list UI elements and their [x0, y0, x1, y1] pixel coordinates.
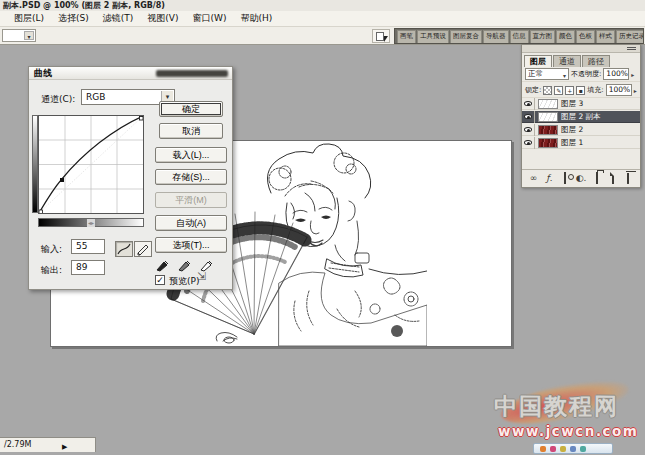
visibility-toggle[interactable]: [522, 124, 535, 136]
layers-palette-tabs: 图层 通道 路径: [522, 53, 640, 67]
visibility-toggle[interactable]: [522, 111, 535, 123]
tab-brushes[interactable]: 画笔: [397, 30, 416, 43]
lock-transparency-icon[interactable]: [543, 86, 552, 95]
resize-grip-icon[interactable]: ⇲: [197, 270, 211, 283]
palette-grab-bar[interactable]: [522, 45, 640, 53]
status-bar: /2.79M ▶: [0, 437, 96, 452]
collapse-icon[interactable]: [627, 47, 636, 50]
preview-label: 预览(P): [169, 275, 199, 288]
output-label: 输出:: [41, 264, 62, 277]
opacity-field[interactable]: 100%: [603, 68, 629, 80]
visibility-toggle[interactable]: [522, 137, 535, 149]
layer-style-icon[interactable]: ƒ.: [543, 173, 556, 184]
menu-bar: 图层(L) 选择(S) 滤镜(T) 视图(V) 窗口(W) 帮助(H): [0, 11, 645, 27]
pencil-tool[interactable]: [134, 241, 152, 257]
tab-history[interactable]: 历史记录: [616, 30, 644, 43]
preview-checkbox[interactable]: ✓: [155, 275, 165, 285]
tab-swatches[interactable]: 色板: [576, 30, 595, 43]
fill-field[interactable]: 100%: [606, 84, 632, 96]
tab-channels[interactable]: 通道: [553, 55, 581, 67]
gray-point-eyedropper: [179, 261, 190, 271]
tab-color[interactable]: 颜色: [556, 30, 575, 43]
menu-layer[interactable]: 图层(L): [8, 11, 50, 26]
menu-help[interactable]: 帮助(H): [234, 11, 278, 26]
curves-dialog-title: 曲线: [34, 68, 52, 78]
ok-button[interactable]: 确定: [159, 101, 223, 117]
curves-dialog: 曲线 通道(C): RGB ▾ ◂▸ 输入: 55 输出: 89 确定 取消 载: [28, 66, 233, 290]
layer-thumbnail[interactable]: [538, 112, 558, 122]
adjustment-layer-icon[interactable]: ◐.: [574, 173, 587, 184]
cancel-button[interactable]: 取消: [159, 123, 223, 139]
layer-row[interactable]: 图层 2 副本: [522, 111, 640, 123]
layer-row[interactable]: 图层 3: [522, 98, 640, 110]
lock-row: 锁定: ✎ + ▪ 填充: 100% ▸: [522, 83, 640, 98]
eye-icon: [524, 114, 532, 119]
lock-all-icon[interactable]: ▪: [576, 86, 585, 95]
eye-icon: [524, 140, 532, 145]
menu-view[interactable]: 视图(V): [141, 11, 184, 26]
opacity-label: 不透明度:: [571, 69, 601, 79]
layer-name[interactable]: 图层 3: [561, 99, 583, 109]
smooth-button: 平滑(M): [155, 192, 227, 208]
visibility-toggle[interactable]: [522, 98, 535, 110]
options-button[interactable]: 选项(T)...: [155, 237, 227, 253]
status-arrow-icon[interactable]: ▶: [62, 440, 67, 454]
layer-thumbnail[interactable]: [538, 125, 558, 135]
layer-thumbnail[interactable]: [538, 138, 558, 148]
eye-icon: [524, 101, 532, 106]
tab-histogram[interactable]: 直方图: [530, 30, 556, 43]
auto-button[interactable]: 自动(A): [155, 215, 227, 231]
input-gradient-bar[interactable]: ◂▸: [38, 218, 144, 227]
tab-tool-presets[interactable]: 工具预设: [417, 30, 449, 43]
tab-info[interactable]: 信息: [510, 30, 529, 43]
curve-point: [60, 178, 64, 182]
layer-mask-icon[interactable]: [559, 173, 572, 184]
black-point-eyedropper: [157, 261, 168, 271]
blurred-watermark: [156, 70, 228, 77]
load-button[interactable]: 载入(L)...: [155, 147, 227, 163]
curves-dialog-titlebar[interactable]: 曲线: [29, 67, 232, 80]
save-button[interactable]: 存储(S)...: [155, 169, 227, 185]
tool-options-combo[interactable]: ▾: [2, 29, 36, 42]
layer-row[interactable]: 图层 1: [522, 137, 640, 149]
eye-icon: [524, 127, 532, 132]
layer-name[interactable]: 图层 1: [561, 138, 583, 148]
lock-label: 锁定:: [525, 85, 541, 95]
link-layers-icon[interactable]: ∞: [527, 173, 540, 184]
input-label: 输入:: [41, 243, 62, 256]
input-field[interactable]: 55: [71, 239, 105, 254]
blend-row: 正常 ▾ 不透明度: 100% ▸: [522, 67, 640, 82]
document-size: /2.79M: [4, 440, 31, 449]
menu-filter[interactable]: 滤镜(T): [97, 11, 140, 26]
spinner-icon[interactable]: ▸: [634, 87, 637, 94]
point-curve-tool[interactable]: [115, 241, 133, 257]
tab-layers[interactable]: 图层: [524, 55, 552, 67]
new-layer-icon[interactable]: [606, 173, 619, 184]
layer-thumbnail[interactable]: [538, 99, 558, 109]
lock-paint-icon[interactable]: ✎: [554, 86, 563, 95]
neck-collar: [325, 221, 369, 277]
new-group-icon[interactable]: [590, 173, 603, 184]
hand: [216, 333, 237, 344]
tab-layer-comps[interactable]: 图层复合: [450, 30, 482, 43]
layer-name[interactable]: 图层 2: [561, 125, 583, 135]
menu-window[interactable]: 窗口(W): [187, 11, 233, 26]
spinner-icon[interactable]: ▸: [631, 71, 634, 78]
layer-name[interactable]: 图层 2 副本: [561, 112, 601, 122]
tab-navigator[interactable]: 导航器: [483, 30, 509, 43]
tab-paths[interactable]: 路径: [582, 55, 610, 67]
layer-row[interactable]: 图层 2: [522, 124, 640, 136]
file-browser-icon[interactable]: [372, 29, 390, 43]
menu-select[interactable]: 选择(S): [52, 11, 95, 26]
blend-mode-select[interactable]: 正常 ▾: [525, 68, 569, 80]
face: [286, 198, 355, 247]
chevron-down-icon: ▾: [24, 31, 34, 40]
gradient-flip-icon[interactable]: ◂▸: [87, 219, 95, 227]
output-field[interactable]: 89: [71, 260, 105, 275]
tab-styles[interactable]: 样式: [596, 30, 615, 43]
curve-grid[interactable]: [38, 115, 144, 214]
layers-palette: 图层 通道 路径 正常 ▾ 不透明度: 100% ▸ 锁定: ✎ + ▪ 填充:…: [521, 44, 641, 188]
layers-palette-buttons: ∞ ƒ. ◐.: [522, 169, 640, 186]
delete-layer-icon[interactable]: [622, 173, 635, 184]
lock-move-icon[interactable]: +: [565, 86, 574, 95]
